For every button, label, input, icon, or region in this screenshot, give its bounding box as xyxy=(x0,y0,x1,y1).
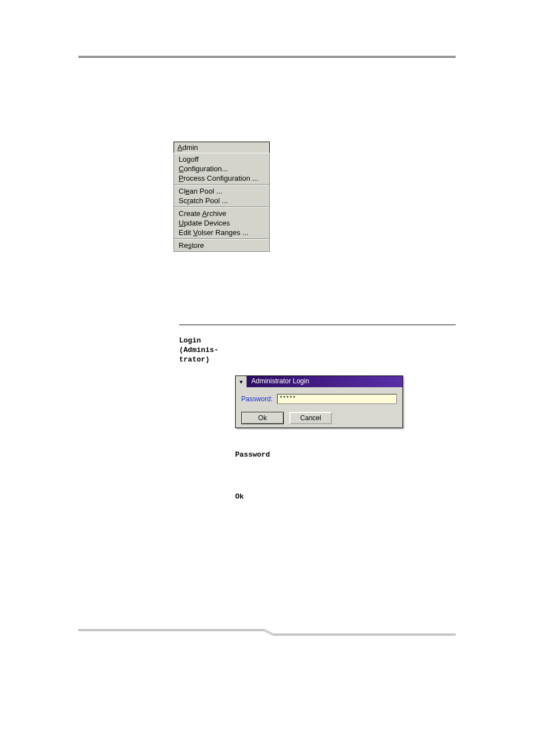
dialog-body: Password: ***** Ok Cancel xyxy=(236,387,402,428)
password-label: Password: xyxy=(241,395,273,403)
dialog-button-row: Ok Cancel xyxy=(241,412,397,424)
dialog-title: Administrator Login xyxy=(247,376,402,387)
section-rule xyxy=(179,325,456,325)
admin-menu-accel: A xyxy=(177,143,182,152)
menu-item-clean-pool[interactable]: Clean Pool ... xyxy=(174,186,269,196)
menu-separator xyxy=(174,238,269,240)
definition-block: Password Ok xyxy=(235,450,456,501)
menu-item-restore[interactable]: Restore xyxy=(174,241,269,250)
menu-separator xyxy=(174,184,269,185)
cancel-button[interactable]: Cancel xyxy=(289,412,332,424)
menu-item-process-configuration[interactable]: Process Configuration ... xyxy=(174,173,269,183)
administrator-login-dialog: ▾ Administrator Login Password: ***** Ok… xyxy=(235,375,403,428)
admin-menu: Admin Logoff Configuration... Process Co… xyxy=(174,142,270,252)
password-input[interactable]: ***** xyxy=(277,394,397,404)
menu-item-update-devices[interactable]: Update Devices xyxy=(174,218,269,228)
menu-item-logoff[interactable]: Logoff xyxy=(174,154,269,164)
menu-item-edit-volser-ranges[interactable]: Edit Volser Ranges ... xyxy=(174,228,269,237)
password-row: Password: ***** xyxy=(241,394,397,404)
section-label-login: Login (Adminis- trator) xyxy=(179,336,235,534)
menu-item-configuration[interactable]: Configuration... xyxy=(174,164,269,173)
menu-item-create-archive[interactable]: Create Archive xyxy=(174,209,269,218)
admin-menu-body: Logoff Configuration... Process Configur… xyxy=(174,153,270,252)
ok-button[interactable]: Ok xyxy=(241,412,284,424)
admin-menu-rest: dmin xyxy=(182,143,198,152)
system-menu-icon[interactable]: ▾ xyxy=(236,376,247,387)
definition-term-password: Password xyxy=(235,450,456,459)
menu-item-scratch-pool[interactable]: Scratch Pool ... xyxy=(174,196,269,205)
dialog-titlebar[interactable]: ▾ Administrator Login xyxy=(236,376,402,387)
top-horizontal-rule xyxy=(78,56,456,58)
definition-term-ok: Ok xyxy=(235,492,456,501)
footer-rule xyxy=(78,627,456,638)
admin-menu-header[interactable]: Admin xyxy=(174,142,270,153)
menu-separator xyxy=(174,206,269,208)
